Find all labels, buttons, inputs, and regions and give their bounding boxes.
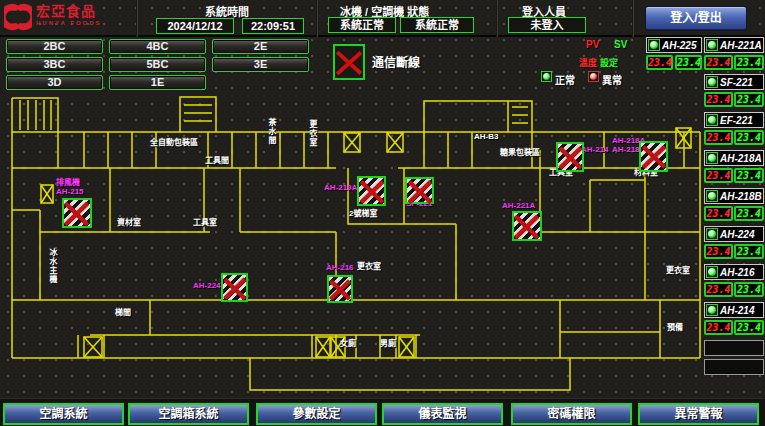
room-label: 資材室 [117, 218, 141, 227]
nav-ahu-system-button[interactable]: 空調箱系統 [128, 403, 249, 425]
status-led-icon [648, 39, 660, 51]
equipment-tag-label: AH-216 [326, 263, 354, 272]
nav-password-auth-button[interactable]: 密碼權限 [511, 403, 632, 425]
equipment-name: SF-221 [720, 77, 753, 88]
equipment-ah-221a[interactable]: AH-221A [704, 37, 764, 53]
divider [632, 0, 634, 37]
equipment-ah-218b[interactable]: AH-218B [704, 188, 764, 204]
room-label: 更衣室 [308, 120, 317, 147]
ahu-status-value: 系統正常 [400, 17, 474, 33]
equipment-ah-218a[interactable]: AH-218A [704, 150, 764, 166]
sv-value: 23.4 [734, 130, 764, 145]
status-led-icon [706, 304, 718, 316]
setpoint-legend-label: 設定 [600, 56, 618, 69]
abnormal-led-icon [588, 71, 599, 82]
nav-parameter-set-button[interactable]: 參數設定 [256, 403, 377, 425]
status-led-icon [706, 266, 718, 278]
comm-loss-device-icon[interactable] [556, 142, 584, 172]
brand-name: 宏亞食品 [36, 5, 102, 17]
equipment-name: AH-218A [720, 153, 762, 164]
comm-loss-label: 通信斷線 [372, 53, 420, 70]
equipment-name: AH-224 [720, 229, 754, 240]
equipment-name: AH-221A [720, 40, 762, 51]
empty-equipment-slot [704, 359, 764, 375]
pv-legend-label: PV [586, 39, 599, 50]
pv-value: 23.4 [704, 92, 733, 107]
comm-loss-device-icon[interactable] [327, 275, 353, 303]
equipment-tag-label: AH-219A [324, 183, 357, 192]
comm-loss-device-icon[interactable] [357, 176, 386, 206]
system-date-value: 2024/12/12 [156, 18, 234, 34]
equipment-tag-label: AH-221A [502, 201, 535, 210]
comm-loss-device-icon[interactable] [221, 273, 248, 302]
equipment-ef-221[interactable]: EF-221 [704, 112, 764, 128]
room-label: 女廁 [340, 339, 356, 348]
system-time-value: 22:09:51 [242, 18, 304, 34]
divider [496, 0, 498, 37]
floor-plan: 全自動包裝區工具間茶水間更衣室AH-B3糖果包裝區工具室材料室冰水主機資材室工具… [0, 92, 703, 396]
status-led-icon [706, 114, 718, 126]
normal-legend-label: 正常 [555, 72, 575, 87]
room-label: 2號梯室 [349, 209, 377, 218]
zone-button-2e[interactable]: 2E [212, 39, 309, 54]
room-label: 全自動包裝區 [150, 138, 198, 147]
equipment-ah-214[interactable]: AH-214 [704, 302, 764, 318]
room-label: 工具室 [193, 218, 217, 227]
zone-button-4bc[interactable]: 4BC [109, 39, 206, 54]
room-label: 茶水間 [267, 118, 276, 145]
empty-equipment-slot [704, 340, 764, 356]
room-label: 冰水主機 [48, 248, 57, 284]
login-logout-button[interactable]: 登入/登出 [645, 6, 747, 31]
zone-button-2bc[interactable]: 2BC [6, 39, 103, 54]
pv-value: 23.4 [704, 168, 733, 183]
equipment-sf-221[interactable]: SF-221 [704, 74, 764, 90]
zone-button-5bc[interactable]: 5BC [109, 57, 206, 72]
zone-button-1e[interactable]: 1E [109, 75, 206, 90]
comm-loss-legend-icon [333, 44, 365, 80]
temp-legend-label: 溫度 [579, 56, 597, 69]
zone-button-3d[interactable]: 3D [6, 75, 103, 90]
comm-loss-device-icon[interactable] [62, 198, 92, 228]
nav-meter-monitor-button[interactable]: 儀表監視 [382, 403, 503, 425]
floor-plan-walls [0, 92, 703, 396]
brand-text: 宏亞食品 HUNYA FOODS [36, 5, 102, 29]
sv-value: 23.4 [734, 320, 764, 335]
equipment-ah-224[interactable]: AH-224 [704, 226, 764, 242]
room-label: AH-B3 [474, 132, 498, 141]
system-time-title: 系統時間 [205, 3, 249, 19]
equipment-name: EF-221 [720, 115, 753, 126]
login-status-value: 未登入 [508, 17, 586, 33]
status-led-icon [706, 76, 718, 88]
brand-sub: HUNYA FOODS [36, 17, 102, 29]
bottom-nav-bar: 空調系統 空調箱系統 參數設定 儀表監視 密碼權限 異常警報 [0, 398, 765, 426]
equipment-name: AH-225 [662, 40, 696, 51]
chiller-status-value: 系統正常 [328, 17, 396, 33]
abnormal-legend-label: 異常 [602, 72, 622, 87]
zone-button-3bc[interactable]: 3BC [6, 57, 103, 72]
nav-alarm-button[interactable]: 異常警報 [638, 403, 759, 425]
room-label: 男廁 [380, 339, 396, 348]
equipment-name: AH-214 [720, 305, 754, 316]
equipment-ah-216[interactable]: AH-216 [704, 264, 764, 280]
sv-value: 23.4 [734, 282, 764, 297]
pv-value: 23.4 [704, 320, 733, 335]
comm-loss-device-icon[interactable] [512, 211, 542, 241]
hunya-logo-icon [4, 2, 32, 32]
status-led-icon [706, 152, 718, 164]
comm-loss-device-icon[interactable] [405, 177, 434, 204]
sv-value: 23.4 [734, 92, 764, 107]
pv-value: 23.4 [704, 55, 733, 70]
sv-value: 23.4 [675, 55, 702, 70]
comm-loss-device-icon[interactable] [639, 141, 668, 172]
pv-value: 23.4 [646, 55, 673, 70]
equipment-tag-label: 排風機 [56, 178, 80, 187]
nav-hvac-system-button[interactable]: 空調系統 [3, 403, 124, 425]
zone-button-3e[interactable]: 3E [212, 57, 309, 72]
room-label: 梯間 [115, 308, 131, 317]
equipment-tag-label: AH-224 [193, 281, 221, 290]
sv-legend-label: SV [614, 39, 627, 50]
header-bar: 宏亞食品 HUNYA FOODS 系統時間 2024/12/12 22:09:5… [0, 0, 765, 37]
equipment-ah-225[interactable]: AH-225 [646, 37, 702, 53]
brand-logo: 宏亞食品 HUNYA FOODS [4, 2, 102, 32]
divider [316, 0, 318, 37]
